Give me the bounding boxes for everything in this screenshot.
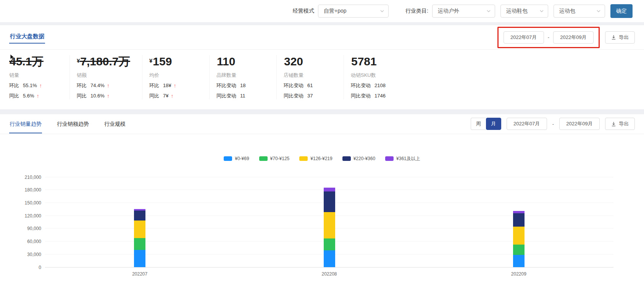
tab-sales-volume-trend[interactable]: 行业销量趋势 — [9, 115, 42, 133]
mode-select[interactable]: 自营+pop — [318, 5, 389, 18]
stat-value: ¥7,180.7万 — [77, 55, 142, 68]
chart-plot: 030,00060,00090,000120,000150,000180,000… — [45, 177, 613, 268]
x-axis-line — [45, 267, 613, 268]
bar-segment-¥220-¥360[interactable] — [134, 211, 145, 221]
stat-yoy-row: 同比5.6%↑ — [9, 92, 69, 99]
y-axis-tick: 180,000 — [25, 187, 41, 193]
overview-date-from[interactable]: 2022年07月 — [504, 31, 544, 44]
y-axis-tick: 120,000 — [25, 213, 41, 219]
period-month-button[interactable]: 月 — [486, 118, 501, 130]
stat-value: ¥159 — [149, 55, 209, 68]
y-axis-tick: 210,000 — [25, 175, 41, 180]
stacked-bar-202207[interactable] — [134, 209, 145, 267]
stat-card-sales-volume: 45.1万 销量 环比55.1%↑ 同比5.6%↑ — [9, 55, 69, 99]
stat-label: 销量 — [9, 72, 69, 79]
mode-select-value: 自营+pop — [324, 8, 347, 15]
trend-date-from[interactable]: 2022年07月 — [507, 118, 547, 130]
subcategory-select[interactable]: 运动鞋包 — [500, 5, 548, 18]
bar-segment-¥126-¥219[interactable] — [324, 212, 335, 239]
stacked-bar-chart: 030,00060,00090,000120,000150,000180,000… — [24, 177, 613, 268]
download-icon — [611, 122, 616, 126]
legend-swatch — [299, 156, 308, 161]
stat-value: 5781 — [351, 55, 411, 68]
legend-swatch — [342, 156, 351, 161]
stat-mom-row: 环比变动61 — [284, 82, 344, 89]
chart-legend: ¥0-¥69¥70-¥125¥126-¥219¥220-¥360¥361及以上 — [0, 156, 644, 162]
overview-export-button[interactable]: 导出 — [605, 31, 635, 44]
stacked-bar-202209[interactable] — [513, 211, 525, 267]
legend-item[interactable]: ¥70-¥125 — [259, 156, 290, 161]
stat-label: 动销SKU数 — [351, 72, 411, 79]
filter-group-category: 行业类目: 运动户外 运动鞋包 运动包 确定 — [405, 4, 633, 18]
bar-segment-¥220-¥360[interactable] — [513, 213, 525, 227]
stat-mom-row: 环比18¥↑ — [149, 82, 209, 89]
period-week-button[interactable]: 周 — [471, 118, 486, 130]
tab-industry-scale[interactable]: 行业规模 — [104, 115, 126, 133]
stat-card-avg-price: ¥159 均价 环比18¥↑ 同比7¥↑ — [142, 55, 209, 99]
chevron-down-icon — [380, 9, 384, 13]
stat-card-brand-count: 110 品牌数量 环比变动18 同比变动11 — [209, 55, 276, 99]
bar-segment-¥70-¥125[interactable] — [324, 238, 335, 250]
chevron-down-icon — [596, 9, 601, 13]
period-toggle: 周 月 — [471, 118, 501, 130]
bar-segment-¥70-¥125[interactable] — [513, 245, 525, 255]
stat-value: 320 — [284, 55, 344, 68]
stat-mom-row: 环比74.4%↑ — [77, 82, 142, 89]
gridline — [45, 177, 613, 177]
stat-yoy-row: 同比变动11 — [216, 92, 276, 99]
legend-item[interactable]: ¥0-¥69 — [224, 156, 249, 161]
y-axis-tick: 60,000 — [27, 239, 41, 244]
legend-label: ¥126-¥219 — [310, 156, 332, 161]
x-axis-label: 202208 — [321, 271, 337, 277]
up-arrow-icon: ↑ — [174, 83, 176, 88]
legend-item[interactable]: ¥126-¥219 — [299, 156, 332, 161]
bar-segment-¥0-¥69[interactable] — [134, 250, 145, 267]
stat-label: 品牌数量 — [216, 72, 276, 79]
stat-mom-row: 环比变动18 — [216, 82, 276, 89]
legend-item[interactable]: ¥361及以上 — [385, 156, 420, 162]
legend-item[interactable]: ¥220-¥360 — [342, 156, 375, 161]
subsubcategory-select-value: 运动包 — [559, 8, 575, 15]
legend-label: ¥361及以上 — [396, 156, 420, 162]
stat-label: 均价 — [149, 72, 209, 79]
stat-mom-row: 环比55.1%↑ — [9, 82, 69, 89]
up-arrow-icon: ↑ — [107, 93, 110, 99]
up-arrow-icon: ↑ — [171, 93, 173, 99]
subsubcategory-select[interactable]: 运动包 — [554, 5, 605, 18]
stat-value: 110 — [216, 55, 276, 68]
bar-segment-¥126-¥219[interactable] — [134, 221, 145, 238]
highlight-box: 2022年07月 - 2022年09月 — [497, 27, 600, 48]
stacked-bar-202208[interactable] — [324, 188, 335, 267]
category-label: 行业类目: — [405, 8, 428, 15]
overview-title-tab[interactable]: 行业大盘数据 — [9, 31, 45, 44]
subcategory-select-value: 运动鞋包 — [506, 8, 528, 15]
overview-date-to[interactable]: 2022年09月 — [553, 31, 594, 44]
overview-header: 行业大盘数据 2022年07月 - 2022年09月 导出 — [0, 25, 644, 50]
mode-label: 经营模式 — [293, 8, 314, 15]
bar-segment-¥220-¥360[interactable] — [324, 191, 335, 212]
export-label: 导出 — [619, 34, 629, 41]
stat-card-sku-count: 5781 动销SKU数 环比变动2108 同比变动1746 — [344, 55, 411, 99]
date-range-separator: - — [552, 121, 554, 127]
bar-segment-¥126-¥219[interactable] — [513, 227, 525, 245]
download-icon — [611, 35, 616, 40]
stat-card-sales-amount: ¥7,180.7万 销额 环比74.4%↑ 同比10.6%↑ — [69, 55, 142, 99]
tab-sales-amount-trend[interactable]: 行业销额趋势 — [56, 115, 89, 133]
section-divider — [0, 22, 644, 25]
stat-yoy-row: 同比变动37 — [284, 92, 344, 99]
bar-segment-¥0-¥69[interactable] — [324, 250, 335, 267]
category-select[interactable]: 运动户外 — [432, 5, 495, 18]
x-axis-label: 202207 — [132, 271, 147, 277]
bar-segment-¥361及以上[interactable] — [324, 188, 335, 191]
legend-swatch — [259, 156, 268, 161]
chevron-down-icon — [539, 9, 544, 13]
chevron-down-icon — [486, 9, 491, 13]
trend-export-button[interactable]: 导出 — [605, 118, 635, 130]
up-arrow-icon: ↑ — [39, 83, 42, 88]
trend-date-to[interactable]: 2022年09月 — [559, 118, 600, 130]
legend-label: ¥70-¥125 — [270, 156, 290, 161]
trend-header: 行业销量趋势 行业销额趋势 行业规模 周 月 2022年07月 - 2022年0… — [0, 114, 644, 134]
bar-segment-¥70-¥125[interactable] — [134, 238, 145, 250]
confirm-button[interactable]: 确定 — [610, 4, 633, 18]
bar-segment-¥0-¥69[interactable] — [513, 255, 525, 267]
